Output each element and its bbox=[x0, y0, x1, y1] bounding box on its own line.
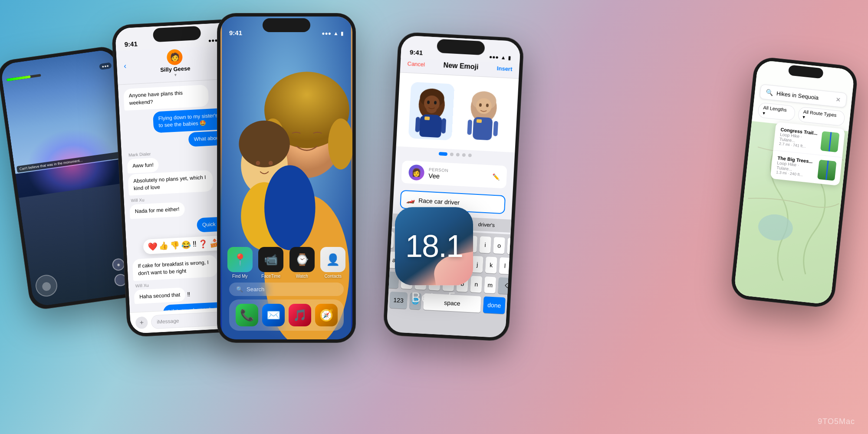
home-search-bar[interactable]: 🔍 Search bbox=[229, 283, 344, 296]
tapback-question[interactable]: ❓ bbox=[198, 239, 208, 249]
svg-point-9 bbox=[269, 161, 273, 165]
maps-close-button[interactable]: ✕ bbox=[835, 96, 842, 103]
message-1: Anyone have plans this weekend? bbox=[123, 85, 209, 111]
key-o[interactable]: o bbox=[493, 237, 505, 254]
message-5: Absolutely no plans yet, which I kind of… bbox=[128, 170, 213, 196]
home-signal-icon: ●●● bbox=[322, 30, 331, 36]
svg-rect-21 bbox=[415, 117, 420, 132]
key-m[interactable]: m bbox=[484, 276, 496, 293]
filter-length[interactable]: All Lengths ▾ bbox=[757, 102, 796, 122]
tapback-heart[interactable]: ❤️ bbox=[148, 241, 158, 251]
tapback-haha[interactable]: 😂 bbox=[181, 240, 191, 250]
svg-rect-30 bbox=[467, 120, 472, 135]
result-1-thumbnail bbox=[820, 131, 839, 152]
emoji-signal-icon: ●●● bbox=[489, 54, 499, 60]
emoji-wifi-icon: ▲ bbox=[500, 54, 506, 61]
input-placeholder: iMessage bbox=[157, 318, 179, 325]
findmy-label: Find My bbox=[232, 274, 248, 279]
maps-results: Congress Trail... Loop Hike · Tulare... … bbox=[770, 122, 845, 186]
emoji-battery-icon: ▮ bbox=[508, 55, 511, 61]
home-wifi-icon: ▲ bbox=[333, 30, 339, 36]
dock-music[interactable]: 🎵 bbox=[289, 304, 311, 326]
contact-avatar: 🧑 bbox=[166, 49, 183, 66]
phone-maps-screen: 🔍 Hikes in Sequoia ✕ All Lengths ▾ All R… bbox=[733, 60, 855, 305]
key-k[interactable]: k bbox=[485, 256, 497, 273]
tapback-exclaim[interactable]: ‼️ bbox=[192, 240, 197, 249]
maps-search-text: Hikes in Sequoia bbox=[776, 90, 832, 102]
dot-3 bbox=[456, 153, 460, 156]
key-l[interactable]: l bbox=[499, 257, 511, 274]
icon-findmy[interactable]: 📍 Find My bbox=[227, 247, 253, 279]
ios-version: 18.1 bbox=[405, 228, 463, 264]
phone-home: 9:41 ●●● ▲ ▮ 📍 Find My 📹 bbox=[217, 13, 356, 343]
watch-label: Watch bbox=[296, 274, 308, 279]
emoji-insert-button[interactable]: Insert bbox=[497, 65, 513, 72]
message-6: Nada for me either! bbox=[129, 202, 185, 219]
findmy-icon-bg: 📍 bbox=[227, 247, 253, 272]
dock-phone[interactable]: 📞 bbox=[236, 304, 258, 326]
watermark-text: 9TO5Mac bbox=[818, 417, 855, 426]
svg-rect-31 bbox=[493, 121, 498, 136]
result-1-info: Congress Trail... Loop Hike · Tulare... … bbox=[779, 127, 819, 150]
contact-chevron: ▾ bbox=[174, 72, 177, 77]
emoji-status-icons: ●●● ▲ ▮ bbox=[489, 54, 511, 61]
watch-icon-bg: ⌚ bbox=[289, 247, 315, 272]
maps-container: 🔍 Hikes in Sequoia ✕ All Lengths ▾ All R… bbox=[733, 60, 855, 305]
ios-beta: Beta 5 bbox=[411, 289, 457, 306]
dynamic-island-home bbox=[263, 18, 310, 32]
svg-rect-20 bbox=[424, 116, 430, 120]
phone-home-screen: 9:41 ●●● ▲ ▮ 📍 Find My 📹 bbox=[220, 16, 352, 339]
tapback-thumbsdown[interactable]: 👎 bbox=[170, 240, 180, 250]
search-label: Search bbox=[247, 286, 264, 293]
facetime-icon-bg: 📹 bbox=[258, 247, 283, 272]
ios-logo: 18.1 Beta 5 bbox=[395, 207, 473, 306]
icon-contacts[interactable]: 👤 Contacts bbox=[320, 247, 346, 279]
emoji-carousel bbox=[396, 72, 519, 152]
emoji-avatar-1[interactable] bbox=[408, 82, 455, 141]
messages-time: 9:41 bbox=[124, 40, 138, 48]
messages-back-button[interactable]: ‹ bbox=[124, 61, 127, 70]
contacts-icon-bg: 👤 bbox=[320, 247, 345, 272]
emoji-person-label: 👩 PERSON Vee ✏️ bbox=[401, 161, 507, 189]
dock-compass[interactable]: 🧭 bbox=[315, 304, 338, 326]
edit-pencil-icon[interactable]: ✏️ bbox=[492, 173, 500, 181]
pilot-emoji-light bbox=[460, 87, 506, 141]
ios-logo-icon: 18.1 bbox=[395, 207, 473, 285]
emoji-cancel-button[interactable]: Cancel bbox=[407, 60, 425, 68]
suggestion-3[interactable]: driver's bbox=[478, 221, 495, 228]
dynamic-island-messages bbox=[153, 26, 201, 43]
dot-5 bbox=[468, 154, 472, 157]
message-8: If cake for breakfast is wrong, I don't … bbox=[132, 255, 218, 281]
game-joystick bbox=[34, 273, 59, 298]
home-time: 9:41 bbox=[229, 29, 242, 36]
home-background: 9:41 ●●● ▲ ▮ 📍 Find My 📹 bbox=[220, 16, 352, 339]
contacts-label: Contacts bbox=[325, 274, 342, 279]
tapback-thumbsup[interactable]: 👍 bbox=[159, 241, 169, 251]
svg-rect-29 bbox=[477, 119, 482, 123]
maps-search-icon: 🔍 bbox=[766, 89, 774, 96]
result-2-info: The Big Trees... Loop Hike · Tulare... 1… bbox=[776, 155, 816, 178]
messages-plus-button[interactable]: + bbox=[135, 316, 148, 329]
svg-point-8 bbox=[256, 161, 260, 165]
emoji-input-text: Race car driver bbox=[418, 197, 460, 206]
key-done[interactable]: done bbox=[483, 296, 506, 314]
dock-mail[interactable]: ✉️ bbox=[262, 304, 285, 326]
messages-contact: 🧑 Silly Geese ▾ bbox=[159, 49, 191, 78]
home-status-icons: ●●● ▲ ▮ bbox=[322, 30, 344, 36]
home-battery-icon: ▮ bbox=[341, 30, 344, 36]
home-dock: 📞 ✉️ 🎵 🧭 bbox=[229, 299, 344, 331]
svg-rect-19 bbox=[421, 114, 441, 138]
dot-1 bbox=[439, 152, 447, 156]
key-i[interactable]: i bbox=[479, 236, 491, 253]
filter-route[interactable]: All Route Types ▾ bbox=[798, 106, 845, 126]
icon-watch[interactable]: ⌚ Watch bbox=[289, 247, 315, 279]
signal-icon: ●●● bbox=[208, 37, 218, 44]
emoji-avatar-2[interactable] bbox=[460, 85, 507, 143]
message-4: Aww fun! bbox=[127, 158, 159, 174]
watermark: 9TO5Mac bbox=[818, 417, 855, 426]
dynamic-island-emoji bbox=[437, 39, 485, 56]
pilot-emoji-dark bbox=[408, 84, 454, 138]
message-9: Haha second that bbox=[134, 287, 186, 304]
dot-2 bbox=[450, 152, 454, 156]
icon-facetime[interactable]: 📹 FaceTime bbox=[258, 247, 284, 279]
